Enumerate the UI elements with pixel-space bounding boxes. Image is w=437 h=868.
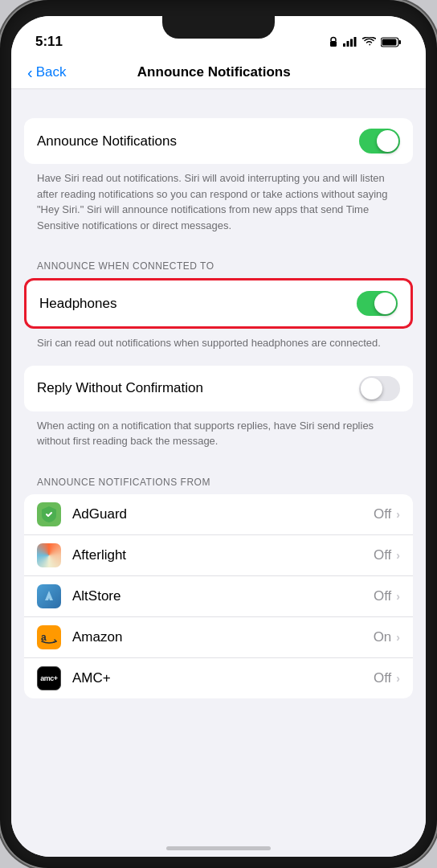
apps-section-header: ANNOUNCE NOTIFICATIONS FROM xyxy=(11,461,426,494)
svg-rect-0 xyxy=(330,41,337,47)
headphones-card: Headphones I xyxy=(24,278,413,329)
altstore-icon xyxy=(37,584,61,608)
afterlight-chevron-icon: › xyxy=(396,549,400,562)
svg-rect-1 xyxy=(343,43,345,47)
nav-bar: ‹ Back Announce Notifications xyxy=(11,56,426,89)
svg-rect-7 xyxy=(382,39,397,45)
app-row-amazon[interactable]: a Amazon On › xyxy=(24,617,413,658)
phone-screen: 5:11 xyxy=(11,16,426,857)
adguard-status: Off xyxy=(374,506,391,522)
afterlight-status: Off xyxy=(374,547,391,563)
headphones-description: Siri can read out notifications when sup… xyxy=(24,329,413,362)
amazon-chevron-icon: › xyxy=(396,631,400,644)
amazon-status: On xyxy=(374,629,392,645)
reply-toggle[interactable] xyxy=(359,376,400,401)
amc-status: Off xyxy=(374,670,391,686)
content-area: Announce Notifications I Have Siri read … xyxy=(11,89,426,829)
app-row-adguard[interactable]: AdGuard Off › xyxy=(24,494,413,535)
headphones-label: Headphones xyxy=(39,296,116,312)
toggle-knob xyxy=(377,130,398,152)
announce-notifications-row: Announce Notifications I xyxy=(24,118,413,164)
signal-icon xyxy=(343,37,357,47)
reply-description: When acting on a notification that suppo… xyxy=(24,411,413,461)
back-chevron-icon: ‹ xyxy=(27,64,33,80)
connected-section-header: ANNOUNCE WHEN CONNECTED TO xyxy=(11,244,426,278)
announce-notifications-toggle[interactable]: I xyxy=(359,129,400,154)
back-label: Back xyxy=(36,64,67,80)
announce-notifications-label: Announce Notifications xyxy=(37,133,177,149)
reply-label: Reply Without Confirmation xyxy=(37,380,203,396)
adguard-chevron-icon: › xyxy=(396,508,400,521)
wifi-icon xyxy=(362,37,376,47)
altstore-chevron-icon: › xyxy=(396,590,400,603)
app-row-altstore[interactable]: AltStore Off › xyxy=(24,576,413,617)
app-row-amc[interactable]: amc+ AMC+ Off › xyxy=(24,658,413,698)
lock-icon xyxy=(329,36,338,47)
amazon-icon: a xyxy=(37,625,61,649)
altstore-status: Off xyxy=(374,588,391,604)
adguard-name: AdGuard xyxy=(72,506,374,522)
afterlight-icon xyxy=(37,543,61,567)
reply-card: Reply Without Confirmation xyxy=(24,366,413,411)
amazon-name: Amazon xyxy=(72,629,374,645)
svg-rect-4 xyxy=(354,37,357,47)
reply-row: Reply Without Confirmation xyxy=(24,366,413,411)
amc-name: AMC+ xyxy=(72,670,374,686)
phone-frame: 5:11 xyxy=(0,0,437,868)
app-row-afterlight[interactable]: Afterlight Off › xyxy=(24,535,413,576)
home-bar xyxy=(166,846,271,850)
app-list: AdGuard Off › Afterlight Off › xyxy=(24,494,413,698)
headphones-toggle-knob xyxy=(374,293,396,314)
battery-icon xyxy=(381,37,402,47)
home-indicator xyxy=(11,829,426,857)
amc-chevron-icon: › xyxy=(396,672,400,685)
headphones-toggle[interactable]: I xyxy=(357,291,398,316)
adguard-icon xyxy=(37,502,61,526)
main-toggle-card: Announce Notifications I xyxy=(24,118,413,164)
amc-icon: amc+ xyxy=(37,666,61,690)
back-button[interactable]: ‹ Back xyxy=(27,64,66,80)
status-icons xyxy=(329,36,402,47)
svg-rect-3 xyxy=(350,39,353,47)
headphones-row: Headphones I xyxy=(27,280,410,326)
notch xyxy=(162,16,275,39)
altstore-name: AltStore xyxy=(72,588,374,604)
svg-rect-2 xyxy=(347,41,349,47)
nav-title: Announce Notifications xyxy=(66,64,361,80)
main-description: Have Siri read out notifications. Siri w… xyxy=(24,164,413,244)
status-time: 5:11 xyxy=(35,34,63,50)
reply-toggle-knob xyxy=(361,378,382,399)
svg-rect-6 xyxy=(399,40,402,44)
afterlight-name: Afterlight xyxy=(72,547,374,563)
